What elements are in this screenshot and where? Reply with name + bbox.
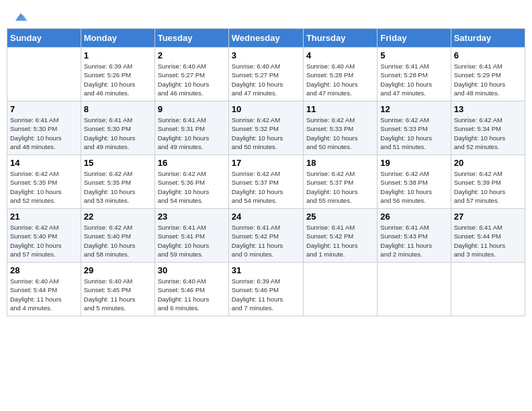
day-info: Sunrise: 6:41 AM Sunset: 5:30 PM Dayligh…: [84, 116, 152, 151]
day-info: Sunrise: 6:42 AM Sunset: 5:40 PM Dayligh…: [84, 223, 152, 259]
day-info: Sunrise: 6:40 AM Sunset: 5:27 PM Dayligh…: [158, 62, 226, 97]
day-number: 3: [232, 50, 300, 60]
day-number: 15: [84, 158, 152, 168]
column-header-wednesday: Wednesday: [228, 29, 303, 48]
day-number: 29: [84, 265, 152, 275]
page-header: [7, 7, 525, 24]
day-cell: 11Sunrise: 6:42 AM Sunset: 5:33 PM Dayli…: [303, 101, 377, 155]
day-number: 9: [158, 104, 226, 114]
day-cell: [378, 263, 451, 316]
day-info: Sunrise: 6:42 AM Sunset: 5:34 PM Dayligh…: [454, 116, 522, 151]
column-header-saturday: Saturday: [451, 29, 525, 48]
day-cell: 6Sunrise: 6:41 AM Sunset: 5:29 PM Daylig…: [451, 48, 525, 101]
day-cell: 30Sunrise: 6:40 AM Sunset: 5:46 PM Dayli…: [154, 263, 228, 316]
day-info: Sunrise: 6:39 AM Sunset: 5:26 PM Dayligh…: [84, 62, 152, 97]
day-number: 12: [380, 104, 447, 114]
day-info: Sunrise: 6:42 AM Sunset: 5:35 PM Dayligh…: [84, 169, 152, 205]
day-cell: 22Sunrise: 6:42 AM Sunset: 5:40 PM Dayli…: [81, 209, 154, 263]
day-cell: 2Sunrise: 6:40 AM Sunset: 5:27 PM Daylig…: [154, 48, 228, 101]
column-header-monday: Monday: [81, 29, 154, 48]
day-cell: 7Sunrise: 6:41 AM Sunset: 5:30 PM Daylig…: [7, 101, 81, 155]
day-cell: 13Sunrise: 6:42 AM Sunset: 5:34 PM Dayli…: [451, 101, 525, 155]
day-info: Sunrise: 6:42 AM Sunset: 5:39 PM Dayligh…: [454, 169, 522, 205]
day-info: Sunrise: 6:41 AM Sunset: 5:30 PM Dayligh…: [10, 116, 78, 151]
week-row-2: 7Sunrise: 6:41 AM Sunset: 5:30 PM Daylig…: [7, 101, 525, 155]
day-cell: 5Sunrise: 6:41 AM Sunset: 5:28 PM Daylig…: [378, 48, 451, 101]
day-number: 5: [380, 50, 447, 60]
day-number: 7: [10, 104, 78, 114]
day-cell: 8Sunrise: 6:41 AM Sunset: 5:30 PM Daylig…: [81, 101, 154, 155]
day-info: Sunrise: 6:40 AM Sunset: 5:28 PM Dayligh…: [306, 62, 374, 97]
day-info: Sunrise: 6:39 AM Sunset: 5:46 PM Dayligh…: [232, 277, 300, 312]
day-cell: 26Sunrise: 6:41 AM Sunset: 5:43 PM Dayli…: [378, 209, 451, 263]
day-cell: 27Sunrise: 6:41 AM Sunset: 5:44 PM Dayli…: [451, 209, 525, 263]
day-info: Sunrise: 6:40 AM Sunset: 5:45 PM Dayligh…: [84, 277, 152, 312]
day-number: 27: [454, 212, 522, 222]
day-info: Sunrise: 6:42 AM Sunset: 5:38 PM Dayligh…: [380, 169, 447, 205]
day-number: 22: [84, 212, 152, 222]
day-info: Sunrise: 6:41 AM Sunset: 5:42 PM Dayligh…: [232, 223, 300, 259]
day-cell: 17Sunrise: 6:42 AM Sunset: 5:37 PM Dayli…: [228, 155, 303, 209]
day-number: 18: [306, 158, 374, 168]
day-info: Sunrise: 6:41 AM Sunset: 5:43 PM Dayligh…: [380, 223, 447, 259]
day-number: 30: [158, 265, 226, 275]
day-number: 6: [454, 50, 522, 60]
day-number: 31: [232, 265, 300, 275]
day-cell: 15Sunrise: 6:42 AM Sunset: 5:35 PM Dayli…: [81, 155, 154, 209]
day-number: 26: [380, 212, 447, 222]
day-info: Sunrise: 6:42 AM Sunset: 5:33 PM Dayligh…: [306, 116, 374, 151]
day-cell: 16Sunrise: 6:42 AM Sunset: 5:36 PM Dayli…: [154, 155, 228, 209]
day-info: Sunrise: 6:41 AM Sunset: 5:31 PM Dayligh…: [158, 116, 226, 151]
day-cell: 9Sunrise: 6:41 AM Sunset: 5:31 PM Daylig…: [154, 101, 228, 155]
calendar-header-row: SundayMondayTuesdayWednesdayThursdayFrid…: [7, 29, 525, 48]
day-cell: 1Sunrise: 6:39 AM Sunset: 5:26 PM Daylig…: [81, 48, 154, 101]
calendar-table: SundayMondayTuesdayWednesdayThursdayFrid…: [7, 28, 525, 316]
day-number: 21: [10, 212, 78, 222]
day-info: Sunrise: 6:42 AM Sunset: 5:36 PM Dayligh…: [158, 169, 226, 205]
day-cell: 20Sunrise: 6:42 AM Sunset: 5:39 PM Dayli…: [451, 155, 525, 209]
day-number: 10: [232, 104, 300, 114]
day-info: Sunrise: 6:41 AM Sunset: 5:42 PM Dayligh…: [306, 223, 374, 259]
day-cell: 10Sunrise: 6:42 AM Sunset: 5:32 PM Dayli…: [228, 101, 303, 155]
day-cell: 18Sunrise: 6:42 AM Sunset: 5:37 PM Dayli…: [303, 155, 377, 209]
day-number: 16: [158, 158, 226, 168]
week-row-4: 21Sunrise: 6:42 AM Sunset: 5:40 PM Dayli…: [7, 209, 525, 263]
day-cell: 12Sunrise: 6:42 AM Sunset: 5:33 PM Dayli…: [378, 101, 451, 155]
day-number: 20: [454, 158, 522, 168]
column-header-tuesday: Tuesday: [154, 29, 228, 48]
day-info: Sunrise: 6:42 AM Sunset: 5:37 PM Dayligh…: [306, 169, 374, 205]
day-cell: 23Sunrise: 6:41 AM Sunset: 5:41 PM Dayli…: [154, 209, 228, 263]
day-info: Sunrise: 6:40 AM Sunset: 5:44 PM Dayligh…: [10, 277, 78, 312]
day-number: 19: [380, 158, 447, 168]
day-cell: 28Sunrise: 6:40 AM Sunset: 5:44 PM Dayli…: [7, 263, 81, 316]
day-info: Sunrise: 6:41 AM Sunset: 5:41 PM Dayligh…: [158, 223, 226, 259]
week-row-1: 1Sunrise: 6:39 AM Sunset: 5:26 PM Daylig…: [7, 48, 525, 101]
day-number: 28: [10, 265, 78, 275]
day-cell: 3Sunrise: 6:40 AM Sunset: 5:27 PM Daylig…: [228, 48, 303, 101]
day-cell: [303, 263, 377, 316]
day-number: 24: [232, 212, 300, 222]
column-header-sunday: Sunday: [7, 29, 81, 48]
day-cell: 4Sunrise: 6:40 AM Sunset: 5:28 PM Daylig…: [303, 48, 377, 101]
week-row-3: 14Sunrise: 6:42 AM Sunset: 5:35 PM Dayli…: [7, 155, 525, 209]
day-number: 8: [84, 104, 152, 114]
day-info: Sunrise: 6:42 AM Sunset: 5:33 PM Dayligh…: [380, 116, 447, 151]
day-info: Sunrise: 6:40 AM Sunset: 5:27 PM Dayligh…: [232, 62, 300, 97]
day-cell: 21Sunrise: 6:42 AM Sunset: 5:40 PM Dayli…: [7, 209, 81, 263]
logo: [12, 9, 28, 21]
day-cell: 24Sunrise: 6:41 AM Sunset: 5:42 PM Dayli…: [228, 209, 303, 263]
day-number: 14: [10, 158, 78, 168]
day-cell: 19Sunrise: 6:42 AM Sunset: 5:38 PM Dayli…: [378, 155, 451, 209]
day-cell: 29Sunrise: 6:40 AM Sunset: 5:45 PM Dayli…: [81, 263, 154, 316]
day-number: 2: [158, 50, 226, 60]
day-number: 13: [454, 104, 522, 114]
day-info: Sunrise: 6:42 AM Sunset: 5:35 PM Dayligh…: [10, 169, 78, 205]
column-header-friday: Friday: [378, 29, 451, 48]
day-cell: 25Sunrise: 6:41 AM Sunset: 5:42 PM Dayli…: [303, 209, 377, 263]
day-number: 4: [306, 50, 374, 60]
day-info: Sunrise: 6:40 AM Sunset: 5:46 PM Dayligh…: [158, 277, 226, 312]
day-info: Sunrise: 6:41 AM Sunset: 5:28 PM Dayligh…: [380, 62, 447, 97]
day-cell: [451, 263, 525, 316]
logo-icon: [13, 9, 28, 24]
day-number: 25: [306, 212, 374, 222]
